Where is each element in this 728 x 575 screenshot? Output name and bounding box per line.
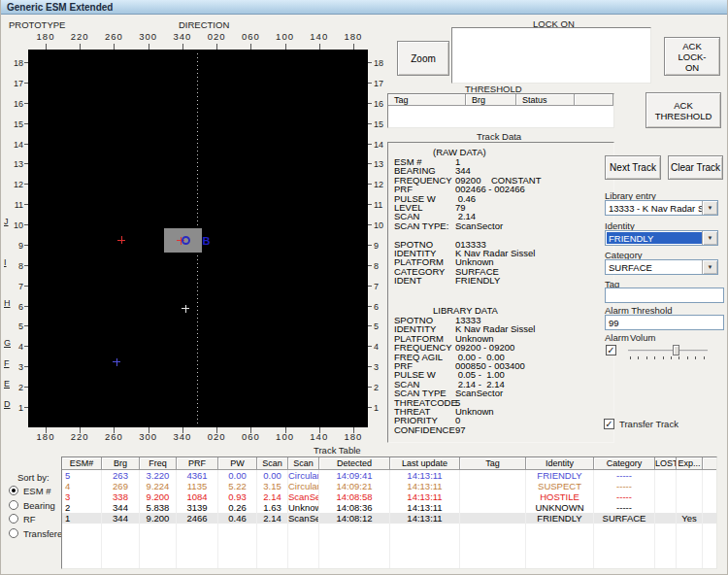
title-bar[interactable]: Generic ESM Extended [1, 0, 728, 15]
table-cell [218, 534, 257, 545]
table-cell [594, 534, 655, 545]
volume-label: Volum [630, 332, 655, 343]
column-header[interactable]: Brg [102, 457, 140, 470]
band-letter: J [4, 217, 9, 226]
freq-label: 17 [374, 79, 387, 88]
table-cell [62, 545, 102, 556]
chevron-down-icon[interactable]: ▼ [702, 201, 717, 215]
track-table[interactable]: ESM#BrgFreqPRFPWScan P...Scan T...Detect… [61, 457, 717, 569]
threshold-column-header[interactable]: Brg [466, 94, 516, 106]
column-header[interactable]: PW [218, 457, 257, 470]
volume-slider-track[interactable] [628, 350, 708, 352]
table-row[interactable] [62, 534, 717, 545]
column-header[interactable]: Category [594, 457, 655, 470]
table-cell [319, 534, 390, 545]
table-cell [526, 556, 594, 566]
table-cell [703, 513, 717, 524]
table-cell [319, 556, 390, 566]
column-header[interactable]: Identity [526, 457, 594, 470]
radio-label[interactable]: ESM # [23, 486, 51, 496]
tag-input[interactable] [605, 288, 724, 303]
next-track-button[interactable]: Next Track [605, 155, 661, 180]
track-marker[interactable] [182, 305, 189, 313]
column-header[interactable] [703, 457, 717, 470]
bearing-label: 140 [310, 31, 328, 42]
table-cell: ----- [594, 481, 655, 491]
ack-threshold-button[interactable]: ACK THRESHOLD [645, 92, 721, 128]
table-cell: 14:13:11 [390, 513, 460, 524]
track-marker[interactable] [117, 236, 125, 244]
chevron-down-icon[interactable]: ▼ [702, 260, 717, 274]
radio-label[interactable]: Bearing [23, 500, 55, 511]
lock-on-listbox[interactable] [451, 27, 651, 84]
radio-button[interactable] [9, 500, 18, 510]
freq-label: 14 [374, 140, 387, 150]
table-row[interactable]: 52633.22043610.000.00Circular14:09:4114:… [62, 470, 717, 481]
identity-combo[interactable]: FRIENDLY ▼ [605, 230, 718, 246]
table-cell [677, 534, 703, 545]
threshold-column-header[interactable] [575, 94, 613, 106]
table-cell [390, 545, 460, 556]
table-cell: 0.26 [218, 502, 257, 513]
radar-display[interactable]: B [28, 50, 368, 427]
clear-track-button[interactable]: Clear Track [668, 155, 723, 180]
table-cell: Circular [288, 470, 319, 481]
library-entry-combo[interactable]: 13333 - K Nav Radar Sissel ▼ [605, 200, 718, 216]
table-cell [140, 556, 177, 566]
band-letter: D [4, 399, 11, 409]
table-row[interactable] [62, 566, 717, 569]
radio-button[interactable] [9, 528, 18, 538]
freq-tick [368, 387, 372, 388]
column-header[interactable]: LOST [655, 457, 677, 470]
transfer-track-label: Transfer Track [619, 419, 678, 429]
radio-button[interactable] [9, 514, 18, 524]
alarm-threshold-input[interactable] [605, 315, 724, 330]
table-cell [594, 566, 655, 569]
table-cell [460, 491, 526, 502]
column-header[interactable]: PRF [177, 457, 218, 470]
radio-label[interactable]: RF [23, 514, 36, 524]
table-cell: 5.22 [218, 481, 257, 491]
table-cell [655, 513, 677, 524]
freq-label: 16 [374, 99, 387, 109]
volume-slider-thumb[interactable] [673, 345, 679, 355]
threshold-column-header[interactable]: Status [516, 94, 575, 106]
track-marker[interactable] [113, 358, 120, 366]
freq-tick [368, 144, 372, 145]
column-header[interactable]: Freq [140, 457, 177, 470]
column-header[interactable]: ESM# [62, 457, 102, 470]
column-header[interactable]: Detected [319, 457, 390, 470]
table-cell [655, 481, 677, 491]
column-header[interactable]: Last update [390, 457, 460, 470]
category-combo[interactable]: SURFACE ▼ [605, 259, 718, 275]
table-cell [218, 545, 257, 556]
alarm-checkbox[interactable]: ✓ [606, 345, 616, 355]
transfer-track-checkbox[interactable]: ✓ [604, 419, 614, 429]
threshold-column-header[interactable]: Tag [388, 94, 466, 106]
bearing-label: 300 [139, 31, 157, 42]
freq-tick [368, 204, 372, 205]
column-header[interactable]: Exp... [677, 457, 703, 470]
table-row[interactable]: 13449.20024660.462.14ScanSe...14:08:1214… [62, 513, 717, 524]
field-row: IDENTFRIENDLY [394, 276, 500, 285]
table-row[interactable]: 33389.20010840.932.14ScanSe...14:08:5814… [62, 491, 717, 502]
table-cell [257, 545, 288, 556]
freq-label: 1 [374, 403, 387, 413]
table-cell [62, 524, 102, 534]
column-header[interactable]: Scan T... [288, 457, 319, 470]
freq-label: 8 [10, 261, 23, 271]
ack-lock-on-button[interactable]: ACK LOCK-ON [664, 37, 720, 76]
table-row[interactable] [62, 524, 717, 534]
table-row[interactable] [62, 545, 717, 556]
column-header[interactable]: Tag [460, 457, 526, 470]
zoom-button[interactable]: Zoom [397, 41, 449, 76]
table-row[interactable] [62, 556, 717, 566]
table-cell [677, 545, 703, 556]
column-header[interactable]: Scan P... [257, 457, 288, 470]
radio-button[interactable] [9, 486, 18, 495]
table-row[interactable]: 23445.83831390.261.63Unknown14:08:3614:1… [62, 502, 717, 513]
chevron-down-icon[interactable]: ▼ [702, 231, 717, 245]
threshold-table[interactable]: TagBrgStatus [387, 93, 614, 128]
table-cell: 9.224 [140, 481, 177, 491]
table-row[interactable]: 42699.22411355.223.15Circular14:09:2114:… [62, 481, 717, 491]
